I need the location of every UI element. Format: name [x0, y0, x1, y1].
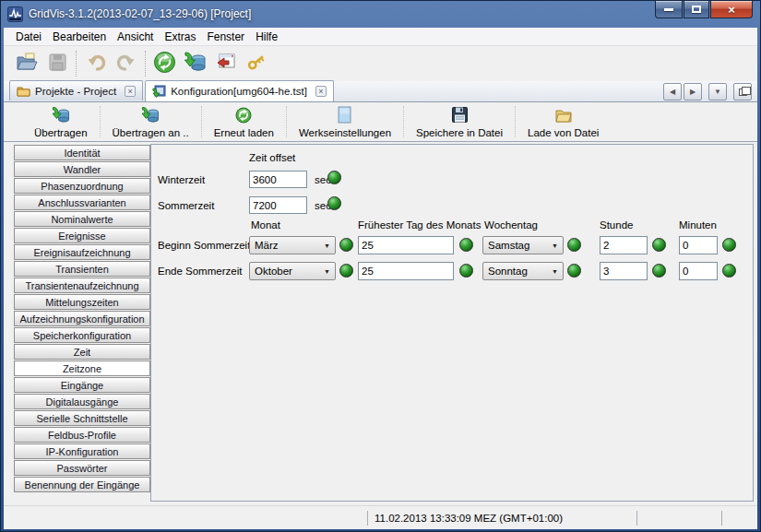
tab-close-icon[interactable]: × — [125, 86, 136, 97]
redo-button[interactable] — [111, 50, 141, 78]
minimize-button[interactable] — [655, 1, 683, 18]
sidebar-item-phasenzuordnung[interactable]: Phasenzuordnung — [14, 178, 150, 194]
sidebar-item-benennung-der-eingaenge[interactable]: Benennung der Eingänge — [14, 477, 150, 492]
uebertragen-button[interactable]: Übertragen — [22, 104, 100, 140]
sidebar-item-wandler[interactable]: Wandler — [14, 161, 150, 177]
sidebar-item-nominalwerte[interactable]: Nominalwerte — [14, 211, 150, 227]
menu-hilfe[interactable]: Hilfe — [250, 29, 283, 45]
ende-monat-combobox[interactable]: Oktober ▼ — [249, 262, 336, 280]
load-from-file-icon — [554, 106, 573, 124]
tab-konfiguration[interactable]: Konfiguration[umg604-he.tst] × — [145, 80, 334, 101]
beginn-monat-led — [339, 238, 353, 252]
column-header-stunde: Stunde — [600, 219, 633, 231]
column-header-monat: Monat — [251, 219, 280, 231]
menu-ansicht[interactable]: Ansicht — [112, 29, 159, 45]
save-button-disabled[interactable] — [42, 50, 72, 78]
database-arrow-icon — [141, 106, 160, 124]
close-button[interactable]: × — [710, 1, 753, 18]
chevron-down-icon: ▼ — [324, 242, 330, 249]
sidebar-item-transientenaufzeichnung[interactable]: Transientenaufzeichnung — [14, 278, 150, 293]
sidebar-item-speicherkonfiguration[interactable]: Speicherkonfiguration — [14, 327, 150, 343]
ende-sommerzeit-label: Ende Sommerzeit — [158, 266, 242, 277]
menu-fenster[interactable]: Fenster — [201, 29, 250, 45]
open-project-button[interactable] — [11, 50, 42, 78]
sidebar-item-identitaet[interactable]: Identität — [14, 145, 150, 160]
restore-window-icon — [739, 89, 747, 96]
close-view-button[interactable] — [210, 50, 241, 78]
undo-arrow-icon — [85, 51, 107, 77]
tab-list-dropdown-button[interactable]: ▼ — [708, 83, 727, 100]
winterzeit-input[interactable] — [249, 171, 307, 188]
transfer-database-button[interactable] — [180, 50, 210, 78]
winterzeit-status-led — [327, 171, 341, 184]
combobox-value: März — [255, 240, 279, 251]
button-label: Übertragen an .. — [113, 127, 189, 138]
sidebar-item-passwoerter[interactable]: Passwörter — [14, 460, 150, 476]
column-header-fruehester-tag: Frühester Tag des Monats — [358, 219, 481, 231]
zeit-offset-header: Zeit offset — [249, 152, 295, 163]
minimize-icon — [664, 8, 673, 11]
chevron-down-icon: ▼ — [552, 268, 558, 275]
scroll-tabs-left-button[interactable]: ◀ — [663, 83, 682, 100]
beginn-tag-input[interactable] — [358, 236, 454, 254]
window-back-arrow-icon — [215, 51, 237, 77]
menu-datei[interactable]: Datei — [10, 29, 47, 45]
ende-wochentag-led — [567, 264, 581, 278]
tab-close-icon[interactable]: × — [315, 86, 327, 97]
combobox-value: Sonntag — [488, 266, 528, 277]
sidebar-item-serielle-schnittstelle[interactable]: Serielle Schnittstelle — [14, 410, 150, 426]
beginn-wochentag-combobox[interactable]: Samstag ▼ — [482, 236, 564, 254]
werkseinstellungen-button[interactable]: Werkseinstellungen — [287, 104, 403, 140]
status-bar: 11.02.2013 13:33:09 MEZ (GMT+01:00) — [4, 505, 757, 529]
sync-devices-button[interactable] — [149, 50, 180, 78]
ende-minuten-input[interactable] — [679, 262, 718, 280]
combobox-value: Oktober — [255, 266, 292, 277]
ende-monat-led — [339, 264, 353, 278]
sommerzeit-input[interactable] — [249, 196, 307, 214]
speichere-in-datei-button[interactable]: Speichere in Datei — [404, 104, 515, 140]
button-label: Lade von Datei — [528, 127, 599, 138]
chevron-down-icon: ▼ — [552, 242, 558, 249]
menu-bearbeiten[interactable]: Bearbeiten — [47, 29, 112, 45]
passwords-key-button[interactable] — [241, 50, 271, 78]
status-separator — [367, 511, 368, 526]
lade-von-datei-button[interactable]: Lade von Datei — [516, 104, 611, 140]
sidebar-item-zeitzone-selected[interactable]: Zeitzone — [14, 361, 150, 376]
maximize-view-button[interactable] — [733, 83, 752, 100]
tab-projekte[interactable]: Projekte - Project × — [9, 80, 143, 100]
undo-button[interactable] — [80, 50, 111, 78]
sidebar-item-mittelungszeiten[interactable]: Mittelungszeiten — [14, 294, 150, 310]
sidebar-item-ereignisse[interactable]: Ereignisse — [14, 228, 150, 243]
uebertragen-an-button[interactable]: Übertragen an .. — [101, 104, 201, 140]
sidebar-item-transienten[interactable]: Transienten — [14, 261, 150, 277]
erneut-laden-button[interactable]: Erneut laden — [202, 104, 286, 140]
sidebar-item-digitalausgaenge[interactable]: Digitalausgänge — [14, 394, 150, 409]
database-arrow-icon — [52, 106, 70, 124]
maximize-button[interactable] — [684, 1, 709, 18]
sidebar-item-feldbus-profile[interactable]: Feldbus-Profile — [14, 427, 150, 443]
menu-extras[interactable]: Extras — [159, 29, 201, 45]
beginn-minuten-input[interactable] — [679, 236, 718, 254]
winterzeit-label: Winterzeit — [158, 174, 205, 185]
sidebar-item-zeit[interactable]: Zeit — [14, 344, 150, 360]
sidebar-item-anschlussvarianten[interactable]: Anschlussvarianten — [14, 195, 150, 210]
beginn-monat-combobox[interactable]: März ▼ — [249, 236, 336, 254]
sidebar-item-aufzeichnungskonfiguration[interactable]: Aufzeichnungskonfiguration — [14, 311, 150, 326]
sidebar-item-eingaenge[interactable]: Eingänge — [14, 377, 150, 393]
arrow-left-icon: ◀ — [670, 88, 675, 96]
sommerzeit-status-led — [327, 196, 341, 210]
status-datetime: 11.02.2013 13:33:09 MEZ (GMT+01:00) — [375, 513, 563, 524]
sidebar-item-ereignisaufzeichnung[interactable]: Ereignisaufzeichnung — [14, 244, 150, 260]
ende-tag-input[interactable] — [358, 262, 454, 280]
tab-label: Projekte - Project — [35, 86, 116, 97]
scroll-tabs-right-button[interactable]: ▶ — [684, 83, 702, 100]
beginn-stunde-input[interactable] — [600, 236, 648, 254]
ende-wochentag-combobox[interactable]: Sonntag ▼ — [482, 262, 564, 280]
ende-stunde-input[interactable] — [600, 262, 648, 280]
menu-bar: Datei Bearbeiten Ansicht Extras Fenster … — [4, 28, 757, 46]
button-label: Übertragen — [34, 127, 88, 138]
factory-settings-icon — [338, 106, 352, 124]
sidebar-item-ip-konfiguration[interactable]: IP-Konfiguration — [14, 443, 150, 459]
title-bar[interactable]: GridVis-3.1.2(2013-02-07_13-29-06) [Proj… — [1, 1, 760, 28]
status-separator — [636, 511, 637, 526]
